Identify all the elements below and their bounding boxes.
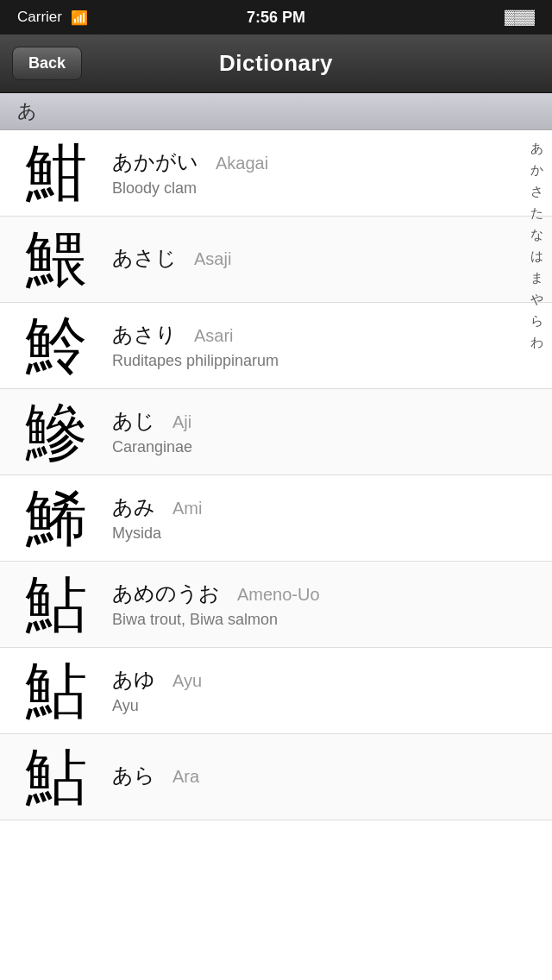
kanji-4: 鯑	[9, 487, 104, 550]
section-header: あ	[0, 93, 552, 130]
kanji-6: 鮎	[9, 660, 104, 722]
dict-entry-0[interactable]: 魽あかがいAkagaiBloody clam	[0, 130, 552, 217]
english-6: Ayu	[112, 697, 509, 715]
dictionary-list: あかさたなはまやらわ 魽あかがいAkagaiBloody clam鰃あさじAsa…	[0, 130, 552, 820]
kanji-5: 鮎	[9, 574, 104, 636]
entry-details-7: あらAra	[104, 762, 509, 793]
hiragana-3: あじ	[112, 407, 155, 435]
romanji-4: Ami	[172, 499, 202, 518]
entry-details-5: あめのうおAmeno-UoBiwa trout, Biwa salmon	[104, 580, 509, 629]
index-sidebar[interactable]: あかさたなはまやらわ	[521, 130, 552, 351]
index-item-ら[interactable]: ら	[530, 311, 543, 330]
romanji-1: Asaji	[194, 249, 231, 269]
entry-details-2: あさりAsariRuditapes philippinarum	[104, 321, 509, 370]
entries-container: 魽あかがいAkagaiBloody clam鰃あさじAsaji魿あさりAsari…	[0, 130, 552, 820]
kanji-0: 魽	[9, 142, 104, 204]
hiragana-7: あら	[112, 762, 155, 789]
romanji-3: Aji	[172, 412, 191, 432]
index-item-さ[interactable]: さ	[530, 182, 543, 200]
dict-entry-7[interactable]: 鮎あらAra	[0, 734, 552, 820]
kanji-2: 魿	[9, 315, 104, 377]
hiragana-2: あさり	[112, 321, 177, 349]
dict-entry-5[interactable]: 鮎あめのうおAmeno-UoBiwa trout, Biwa salmon	[0, 562, 552, 648]
nav-title: Dictionary	[219, 50, 333, 77]
status-left: Carrier 📶	[17, 9, 88, 26]
index-item-や[interactable]: や	[530, 290, 543, 308]
hiragana-6: あゆ	[112, 666, 155, 694]
status-time: 7:56 PM	[247, 9, 305, 27]
english-5: Biwa trout, Biwa salmon	[112, 611, 509, 629]
entry-details-6: あゆAyuAyu	[104, 666, 509, 715]
index-item-あ[interactable]: あ	[530, 139, 543, 157]
entry-details-1: あさじAsaji	[104, 244, 509, 275]
hiragana-4: あみ	[112, 493, 155, 521]
status-bar: Carrier 📶 7:56 PM ▓▓▓	[0, 0, 552, 35]
battery-icon: ▓▓▓	[505, 9, 535, 25]
index-item-ま[interactable]: ま	[530, 268, 543, 286]
dict-entry-1[interactable]: 鰃あさじAsaji	[0, 217, 552, 303]
hiragana-5: あめのうお	[112, 580, 220, 607]
hiragana-0: あかがい	[112, 148, 198, 176]
index-item-わ[interactable]: わ	[530, 333, 543, 351]
english-3: Caranginae	[112, 438, 509, 456]
dict-entry-4[interactable]: 鯑あみAmiMysida	[0, 475, 552, 562]
dict-entry-3[interactable]: 鰺あじAjiCaranginae	[0, 389, 552, 475]
dict-entry-2[interactable]: 魿あさりAsariRuditapes philippinarum	[0, 303, 552, 389]
romanji-2: Asari	[194, 326, 234, 346]
kanji-7: 鮎	[9, 746, 104, 808]
back-button[interactable]: Back	[12, 47, 82, 80]
wifi-icon: 📶	[71, 9, 88, 26]
hiragana-1: あさじ	[112, 244, 177, 272]
entry-details-0: あかがいAkagaiBloody clam	[104, 148, 509, 198]
english-0: Bloody clam	[112, 179, 509, 198]
kanji-1: 鰃	[9, 229, 104, 291]
index-item-な[interactable]: な	[530, 225, 543, 243]
romanji-0: Akagai	[216, 154, 268, 173]
kanji-3: 鰺	[9, 401, 104, 463]
index-item-た[interactable]: た	[530, 204, 543, 222]
dict-entry-6[interactable]: 鮎あゆAyuAyu	[0, 648, 552, 734]
romanji-5: Ameno-Uo	[237, 585, 320, 605]
entry-details-3: あじAjiCaranginae	[104, 407, 509, 456]
nav-bar: Back Dictionary	[0, 35, 552, 93]
entry-details-4: あみAmiMysida	[104, 493, 509, 543]
english-2: Ruditapes philippinarum	[112, 352, 509, 370]
index-item-か[interactable]: か	[530, 160, 543, 179]
romanji-7: Ara	[172, 767, 199, 787]
carrier-label: Carrier	[17, 9, 62, 26]
english-4: Mysida	[112, 525, 509, 543]
index-item-は[interactable]: は	[530, 247, 543, 265]
romanji-6: Ayu	[172, 671, 202, 691]
